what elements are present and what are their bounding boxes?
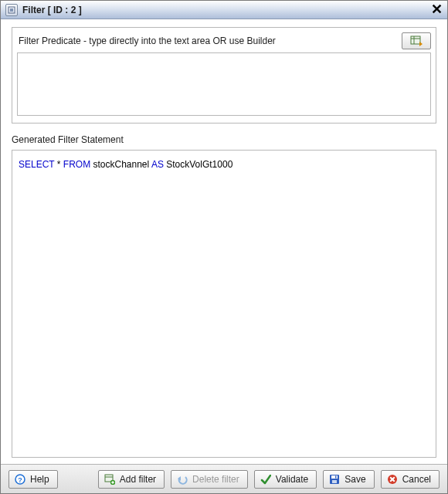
sql-table: stockChannel (93, 159, 150, 170)
add-filter-label: Add filter (120, 474, 156, 485)
dialog-content: Filter Predicate - type directly into th… (1, 19, 447, 464)
sql-star: * (57, 159, 61, 170)
generated-label: Generated Filter Statement (12, 134, 436, 145)
save-button[interactable]: Save (323, 470, 374, 489)
predicate-textarea[interactable] (17, 52, 431, 116)
add-filter-button[interactable]: Add filter (98, 470, 165, 489)
predicate-group: Filter Predicate - type directly into th… (12, 27, 436, 124)
svg-rect-17 (335, 475, 337, 478)
help-button[interactable]: ? Help (8, 470, 58, 489)
help-label: Help (30, 474, 49, 485)
save-icon (328, 473, 341, 486)
filter-dialog: Filter [ ID : 2 ] ✕ Filter Predicate - t… (0, 0, 448, 494)
sql-keyword-from: FROM (63, 159, 90, 170)
sql-keyword-as: AS (151, 159, 164, 170)
save-label: Save (344, 474, 365, 485)
check-icon (260, 473, 272, 486)
svg-text:?: ? (18, 475, 22, 483)
help-icon: ? (14, 473, 26, 486)
validate-button[interactable]: Validate (254, 470, 317, 489)
svg-rect-1 (10, 8, 13, 12)
delete-filter-label: Delete filter (192, 474, 239, 485)
cancel-button[interactable]: Cancel (381, 470, 440, 489)
svg-rect-16 (332, 480, 337, 483)
svg-rect-2 (411, 36, 420, 44)
generated-statement: SELECT * FROM stockChannel AS StockVolGt… (12, 150, 436, 458)
svg-rect-15 (331, 475, 338, 479)
cancel-icon (386, 473, 399, 486)
svg-marker-5 (419, 42, 423, 46)
sql-alias: StockVolGt1000 (166, 159, 232, 170)
predicate-label: Filter Predicate - type directly into th… (17, 36, 276, 46)
filter-window-icon (5, 4, 18, 16)
validate-label: Validate (276, 474, 308, 485)
undo-icon (176, 473, 188, 486)
predicate-header: Filter Predicate - type directly into th… (17, 32, 431, 49)
builder-icon (410, 36, 423, 46)
titlebar: Filter [ ID : 2 ] ✕ (1, 1, 447, 19)
sql-keyword-select: SELECT (19, 159, 54, 170)
cancel-label: Cancel (402, 474, 431, 485)
builder-button[interactable] (402, 32, 431, 49)
delete-filter-button: Delete filter (171, 470, 248, 489)
window-title: Filter [ ID : 2 ] (22, 5, 82, 15)
add-filter-icon (104, 473, 116, 486)
close-icon[interactable]: ✕ (431, 2, 443, 16)
button-bar: ? Help Add filter (1, 464, 447, 493)
